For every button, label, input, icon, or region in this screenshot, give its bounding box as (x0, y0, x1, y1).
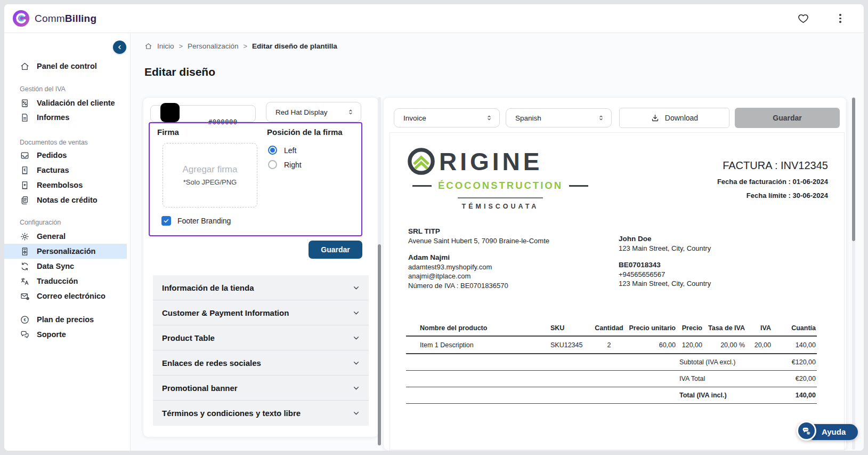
sidebar-item-soporte[interactable]: Soporte (4, 327, 127, 342)
brand-name: CommBilling (35, 13, 96, 25)
seller-email: anajmi@itplace.com (408, 272, 549, 281)
invoice-table-row: Item 1 Description SKU12345 2 60,00 120,… (406, 337, 817, 354)
logo-dash (412, 185, 432, 187)
chevron-up-down-icon (597, 114, 605, 122)
seller-website: adamtest93.myshopify.com (408, 262, 549, 272)
chat-bubbles-icon (20, 330, 30, 340)
buyer-phone: +94565656567 (619, 270, 711, 280)
signature-upload-dropzone[interactable]: Agregar firma *Solo JPEG/PNG (163, 143, 257, 207)
signature-position-right-radio[interactable]: Right (268, 160, 302, 169)
logo-subtitle: ÉCOCONSTRUCTION (438, 180, 563, 191)
accordion-store-info[interactable]: Información de la tienda (153, 275, 369, 300)
brand-logo-icon (12, 10, 30, 27)
sidebar-section-configuracion: Configuración (20, 219, 61, 226)
sidebar-item-plan-de-precios[interactable]: € Plan de precios (4, 312, 127, 327)
chevron-down-icon (352, 409, 361, 418)
accordion-terms-free-text[interactable]: Términos y condiciones y texto libre (153, 401, 369, 426)
chevron-down-icon (352, 384, 361, 393)
signature-position-left-radio[interactable]: Left (268, 146, 296, 155)
document-lines-icon (20, 113, 30, 123)
seller-block: SRL TITP Avenue Saint Hubert 5, 7090 Bra… (408, 227, 549, 290)
sidebar-item-facturas[interactable]: € Facturas (4, 163, 127, 178)
logo-word: RIGINE (439, 149, 542, 174)
vat-total-row: IVA Total €20,00 (406, 371, 817, 387)
sidebar: Panel de control Gestión del IVA Validac… (4, 33, 131, 451)
sidebar-item-validacion-del-cliente[interactable]: Validación del cliente (4, 95, 127, 110)
document-type-select[interactable]: Invoice (394, 108, 500, 127)
favorite-heart-icon[interactable] (797, 12, 809, 27)
sidebar-item-notas-de-credito[interactable]: Notas de crédito (4, 193, 127, 207)
breadcrumb-personalizacion[interactable]: Personalización (188, 42, 238, 50)
subtotal-row: Subtotal (IVA excl.) €120,00 (406, 354, 817, 371)
sidebar-item-correo-electronico[interactable]: Correo electrónico (4, 289, 127, 304)
home-icon (20, 61, 30, 71)
help-chat-icon[interactable] (797, 421, 816, 441)
breadcrumb-separator: > (179, 42, 183, 50)
chevron-down-icon (352, 308, 361, 317)
buyer-address2: 123 Main Street, City, Country (619, 279, 711, 289)
sidebar-item-informes[interactable]: Informes (4, 110, 127, 125)
sidebar-item-data-sync[interactable]: Data Sync (4, 259, 127, 274)
seller-company: SRL TITP (408, 227, 549, 236)
checkbox-checked-icon (161, 216, 171, 226)
chevron-up-down-icon (485, 114, 493, 122)
receipt-refund-icon (20, 180, 30, 190)
inbox-icon (20, 150, 30, 161)
euro-circle-icon: € (20, 315, 30, 325)
download-button[interactable]: Download (619, 108, 729, 128)
editor-scrollbar-thumb[interactable] (378, 244, 381, 445)
page-title: Editar diseño (144, 66, 215, 78)
brand-logo[interactable]: CommBilling (12, 10, 96, 27)
gear-icon (20, 232, 30, 242)
sync-arrows-icon (20, 261, 30, 272)
grand-total-row: Total (IVA incl.) 140,00 (406, 387, 817, 404)
invoice-due-date: Fecha límite : 30-06-2024 (717, 191, 828, 199)
logo-dash (569, 185, 588, 187)
accordion-product-table[interactable]: Product Table (153, 325, 369, 350)
accordion-promo-banner[interactable]: Promotional banner (153, 376, 369, 401)
sidebar-item-panel-de-control[interactable]: Panel de control (4, 59, 127, 74)
svg-text:€: € (24, 167, 26, 172)
invoice-table: Nombre del producto SKU Cantidad Precio … (406, 321, 817, 404)
sidebar-item-pedidos[interactable]: Pedidos (4, 148, 127, 163)
signature-settings-group: Firma Agregar firma *Solo JPEG/PNG Posic… (149, 122, 362, 236)
signature-upload-text: Agregar firma (183, 164, 238, 175)
editor-save-button[interactable]: Guardar (309, 241, 362, 259)
origine-o-icon (408, 148, 435, 175)
chevron-up-down-icon (347, 108, 354, 116)
footer-branding-checkbox[interactable]: Footer Branding (161, 216, 231, 226)
language-select[interactable]: Spanish (506, 108, 612, 127)
sidebar-item-traduccion[interactable]: Traducción (4, 274, 127, 289)
template-editor-card: Red Hat Display Firma Agregar firma *Sol… (143, 97, 379, 437)
seller-address: Avenue Saint Hubert 5, 7090 Braine-le-Co… (408, 236, 549, 246)
preview-save-button[interactable]: Guardar (735, 108, 840, 128)
editor-accordions: Información de la tienda Customer & Paym… (153, 275, 369, 426)
home-icon (144, 42, 152, 50)
accordion-social-links[interactable]: Enlaces de redes sociales (153, 350, 369, 376)
preview-scrollbar-thumb[interactable] (852, 98, 855, 241)
seller-vat: Número de IVA : BE0701836570 (408, 281, 549, 291)
sidebar-collapse-button[interactable] (113, 41, 126, 54)
buyer-name: John Doe (619, 234, 711, 244)
breadcrumb-current: Editar diseño de plantilla (252, 42, 337, 50)
logo-region: TÉMISCOUATA (408, 203, 593, 210)
sidebar-item-general[interactable]: General (4, 229, 127, 244)
signature-label: Firma (157, 127, 179, 137)
font-family-select[interactable]: Red Hat Display (266, 102, 361, 122)
color-swatch[interactable] (160, 103, 180, 122)
sidebar-item-personalizacion[interactable]: Personalización (4, 244, 127, 259)
sidebar-item-reembolsos[interactable]: Reembolsos (4, 178, 127, 193)
main-content: Inicio > Personalización > Editar diseño… (131, 33, 864, 451)
buyer-vat: BE07018343 (619, 260, 711, 270)
seller-contact: Adam Najmi (408, 253, 549, 262)
translate-icon (20, 276, 30, 286)
receipt-percent-icon (20, 98, 30, 108)
document-gear-icon (20, 246, 30, 257)
breadcrumb-inicio[interactable]: Inicio (157, 42, 174, 50)
overflow-menu-icon[interactable] (839, 12, 841, 23)
receipt-euro-icon: € (20, 165, 30, 175)
invoice-logo: RIGINE ÉCOCONSTRUCTION TÉMISCOUATA (408, 148, 593, 210)
app-window: CommBilling Panel de control Gestión del… (4, 4, 864, 451)
chevron-down-icon (352, 283, 361, 292)
accordion-customer-payment[interactable]: Customer & Payment Information (153, 300, 369, 325)
